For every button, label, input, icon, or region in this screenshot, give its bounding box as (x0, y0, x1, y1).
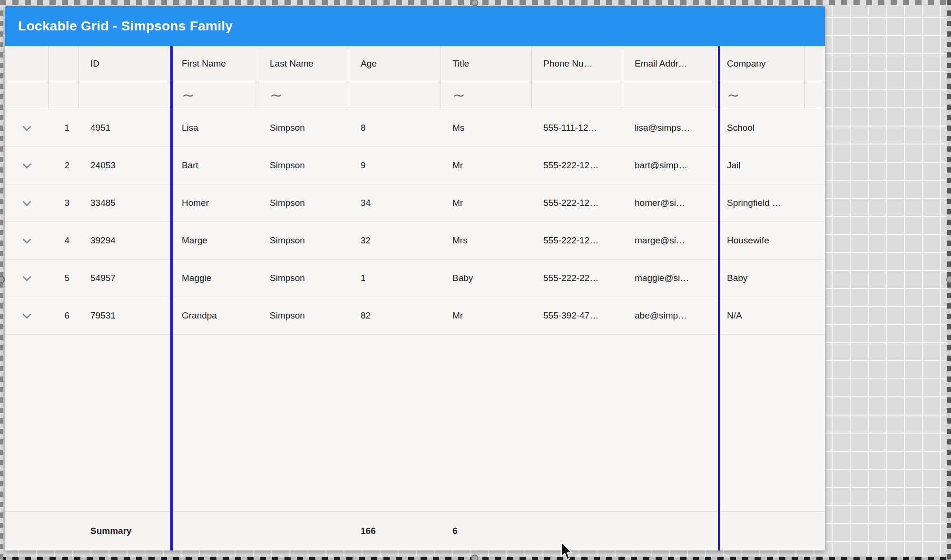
cell-age: 34 (349, 184, 441, 222)
header-label: Last Name (270, 58, 314, 69)
tilde-operator-icon[interactable]: ∼ (727, 87, 740, 103)
filter-cell-phone[interactable] (532, 81, 623, 109)
mouse-cursor (560, 542, 573, 560)
tilde-operator-icon[interactable]: ∼ (452, 87, 465, 103)
grid-row[interactable]: 14951LisaSimpson8Ms555-111-12…lisa@simps… (5, 109, 825, 147)
summary-cell-age: 166 (349, 512, 441, 550)
cell-company: Springfield … (716, 184, 805, 222)
cell-id: 79531 (79, 297, 170, 334)
resize-handle-top[interactable] (471, 0, 479, 7)
grid-row[interactable]: 679531GrandpaSimpson82Mr555-392-47…abe@s… (5, 297, 825, 335)
cell-phone: 555-392-47… (532, 297, 623, 334)
cell-strip (805, 260, 820, 297)
cell-title: Mr (441, 184, 532, 222)
header-cell-id[interactable]: ID (79, 46, 170, 81)
cell-last: Simpson (258, 222, 349, 259)
cell-age: 8 (349, 109, 441, 146)
cell-first: Grandpa (170, 297, 258, 334)
header-cell-last[interactable]: Last Name (258, 46, 349, 81)
row-expander-chevron-icon[interactable] (22, 122, 31, 131)
cell-num: 4 (49, 222, 79, 259)
summary-cell-phone (532, 512, 623, 550)
filter-cell-age[interactable] (349, 81, 441, 109)
cell-title: Ms (441, 109, 532, 146)
header-label: First Name (182, 58, 226, 69)
grid-window: Lockable Grid - Simpsons Family IDFirst … (5, 6, 825, 550)
header-label: ID (90, 58, 99, 69)
resize-handle-right[interactable] (946, 276, 951, 283)
tilde-operator-icon[interactable]: ∼ (270, 87, 283, 103)
cell-last: Simpson (258, 184, 349, 222)
row-expander-chevron-icon[interactable] (22, 235, 31, 243)
grid-filter-row: ∼∼∼∼ (5, 81, 825, 109)
header-cell-strip (805, 46, 820, 81)
cell-id: 4951 (79, 109, 170, 146)
grid-row[interactable]: 439294MargeSimpson32Mrs555-222-12…marge@… (5, 222, 825, 260)
cell-strip (805, 147, 820, 184)
filter-cell-title[interactable]: ∼ (441, 81, 532, 109)
cell-title: Mr (441, 297, 532, 334)
summary-cell-email (623, 512, 716, 550)
cell-age: 9 (349, 147, 441, 184)
cell-id: 24053 (79, 147, 170, 184)
cell-num: 5 (49, 260, 79, 297)
header-label: Title (452, 58, 469, 69)
filter-cell-email[interactable] (623, 81, 716, 109)
resize-handle-bottom[interactable] (471, 555, 479, 560)
grid-empty-area (5, 335, 825, 511)
cell-email: bart@simp… (623, 147, 716, 184)
summary-cell-first (170, 512, 258, 550)
cell-last: Simpson (258, 297, 349, 334)
filter-cell-first[interactable]: ∼ (170, 81, 258, 109)
header-label: Email Addr… (635, 58, 687, 69)
cell-last: Simpson (258, 147, 349, 184)
summary-cell-last (258, 512, 349, 550)
cell-phone: 555-111-12… (532, 109, 623, 146)
row-expander-chevron-icon[interactable] (22, 272, 31, 281)
header-label: Company (727, 58, 765, 69)
cell-exp[interactable] (5, 109, 49, 146)
cell-exp[interactable] (5, 222, 49, 259)
cell-strip (805, 109, 820, 146)
grid-summary-row: Summary1666 (5, 511, 825, 550)
cell-age: 82 (349, 297, 441, 334)
filter-cell-strip[interactable] (805, 81, 820, 109)
cell-exp[interactable] (5, 260, 49, 297)
cell-phone: 555-222-12… (532, 222, 623, 259)
cell-first: Marge (170, 222, 258, 259)
header-cell-num (49, 46, 79, 81)
header-cell-email[interactable]: Email Addr… (623, 46, 716, 81)
grid-row[interactable]: 224053BartSimpson9Mr555-222-12…bart@simp… (5, 147, 825, 184)
row-expander-chevron-icon[interactable] (22, 160, 31, 168)
header-cell-phone[interactable]: Phone Nu… (532, 46, 623, 81)
header-label: Phone Nu… (543, 58, 593, 69)
cell-exp[interactable] (5, 147, 49, 184)
grid-row[interactable]: 554957MaggieSimpson1Baby555-222-22…maggi… (5, 260, 825, 297)
cell-title: Mr (441, 147, 532, 184)
window-titlebar[interactable]: Lockable Grid - Simpsons Family (5, 6, 825, 46)
header-label: Age (361, 58, 377, 69)
filter-cell-last[interactable]: ∼ (258, 81, 349, 109)
header-cell-company[interactable]: Company (716, 46, 805, 81)
resize-handle-left[interactable] (0, 276, 5, 283)
header-cell-title[interactable]: Title (441, 46, 532, 81)
cell-first: Lisa (170, 109, 258, 146)
filter-cell-exp[interactable] (5, 81, 49, 109)
cell-strip (805, 222, 820, 259)
header-cell-age[interactable]: Age (349, 46, 441, 81)
cell-phone: 555-222-22… (532, 260, 623, 297)
cell-email: homer@si… (623, 184, 716, 222)
filter-cell-num[interactable] (49, 81, 79, 109)
header-cell-first[interactable]: First Name (170, 46, 258, 81)
row-expander-chevron-icon[interactable] (22, 197, 31, 206)
row-expander-chevron-icon[interactable] (22, 310, 31, 319)
grid-header-row: IDFirst NameLast NameAgeTitlePhone Nu…Em… (5, 46, 825, 81)
filter-cell-id[interactable] (79, 81, 170, 109)
grid-row[interactable]: 333485HomerSimpson34Mr555-222-12…homer@s… (5, 184, 825, 222)
window-title: Lockable Grid - Simpsons Family (18, 19, 233, 34)
filter-cell-company[interactable]: ∼ (716, 81, 805, 109)
tilde-operator-icon[interactable]: ∼ (182, 87, 195, 103)
cell-title: Mrs (441, 222, 532, 259)
cell-exp[interactable] (5, 184, 49, 222)
cell-exp[interactable] (5, 297, 49, 334)
